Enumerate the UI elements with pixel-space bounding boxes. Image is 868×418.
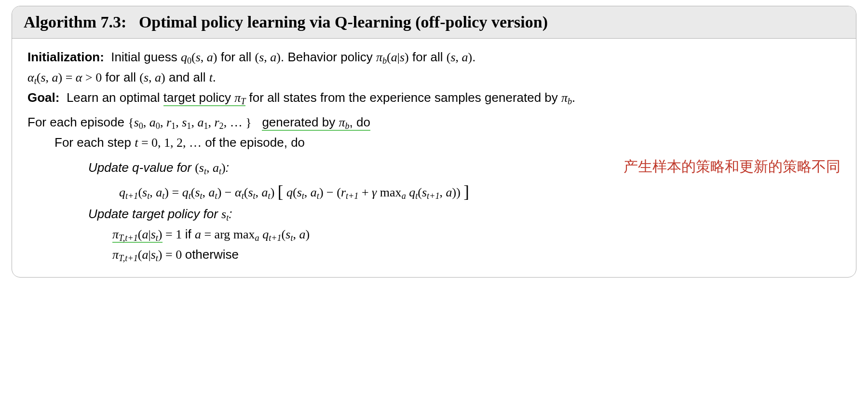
goal-block: Goal: Learn an optimal target policy πT … xyxy=(27,88,841,108)
math-pair-sa: (s, a) xyxy=(255,50,280,64)
math-episode-set: {s0, a0, r1, s1, a1, r2, … } xyxy=(128,115,252,129)
loop1-a: For each episode xyxy=(27,115,128,129)
step2-label: Update target policy for xyxy=(88,207,221,221)
math-t: t xyxy=(209,70,213,84)
page: Algorithm 7.3: Optimal policy learning v… xyxy=(0,0,868,283)
algorithm-body: Initialization: Initial guess q0(s, a) f… xyxy=(12,39,856,277)
inner-loop: For each step t = 0, 1, 2, … of the epis… xyxy=(27,133,841,153)
goal-text-2: for all states from the experience sampl… xyxy=(249,90,561,105)
goal-label: Goal: xyxy=(27,90,59,105)
loop2-b: of the episode, do xyxy=(205,135,305,150)
math-t-seq: t = 0, 1, 2, … xyxy=(135,136,202,150)
loop2-a: For each step xyxy=(54,135,135,150)
init-line2-b: and all xyxy=(169,70,209,84)
math-pair-sa-2: (s, a) xyxy=(447,50,472,64)
pi-update-0: πT,t+1(a|st) = 0 otherwise xyxy=(27,245,841,265)
goal-target-policy: target policy πT xyxy=(163,90,246,106)
init-text-4: for all xyxy=(412,50,447,64)
algorithm-box: Algorithm 7.3: Optimal policy learning v… xyxy=(12,6,856,278)
pi-target-lhs: πT,t+1(a|st) xyxy=(112,227,163,243)
init-text-3: . Behavior policy xyxy=(281,50,376,64)
outer-loop: For each episode {s0, a0, r1, s1, a1, r2… xyxy=(27,112,841,133)
math-pair-sa-3: (s, a) xyxy=(139,70,165,84)
math-piT: πT xyxy=(234,91,245,105)
pi-cond-if: if xyxy=(185,227,195,241)
loop1-generated: generated by πb, do xyxy=(262,115,370,131)
algorithm-title-bar: Algorithm 7.3: Optimal policy learning v… xyxy=(12,6,856,39)
step-update-q: Update q-value for (st, at): xyxy=(88,158,229,178)
step-update-pi: Update target policy for st: xyxy=(27,204,841,224)
math-pib-3: πb xyxy=(339,115,349,129)
init-text-1: Initial guess xyxy=(111,50,181,64)
pi-update-1: πT,t+1(a|st) = 1 if a = arg maxa qt+1(st… xyxy=(27,224,841,245)
pi-cond-otherwise: otherwise xyxy=(185,247,239,262)
math-stat: (st, at) xyxy=(195,161,226,175)
math-st: st xyxy=(221,207,229,221)
math-q0sa: q0(s, a) xyxy=(181,50,217,64)
math-pib-2: πb xyxy=(561,91,572,105)
init-label: Initialization: xyxy=(27,50,104,64)
goal-text-1: Learn an optimal xyxy=(67,90,163,105)
step1-label: Update q-value for xyxy=(88,160,195,175)
initialization-block: Initialization: Initial guess q0(s, a) f… xyxy=(27,47,841,88)
step-update-q-row: Update q-value for (st, at): 产生样本的策略和更新的… xyxy=(27,155,841,178)
algorithm-title: Optimal policy learning via Q-learning (… xyxy=(139,13,548,31)
init-text-2: for all xyxy=(221,50,255,64)
loop1-c: , do xyxy=(350,115,370,129)
annotation-cn: 产生样本的策略和更新的策略不同 xyxy=(624,155,841,178)
init-text-5: . xyxy=(472,50,475,64)
q-update-equation: qt+1(st, at) = qt(st, at) − αt(st, at) [… xyxy=(27,178,841,204)
math-pib: πb(a|s) xyxy=(376,50,409,64)
math-alpha-def: αt(s, a) = α > 0 xyxy=(27,70,102,84)
algorithm-number: Algorithm 7.3: xyxy=(24,13,126,31)
init-line2-a: for all xyxy=(105,70,139,84)
